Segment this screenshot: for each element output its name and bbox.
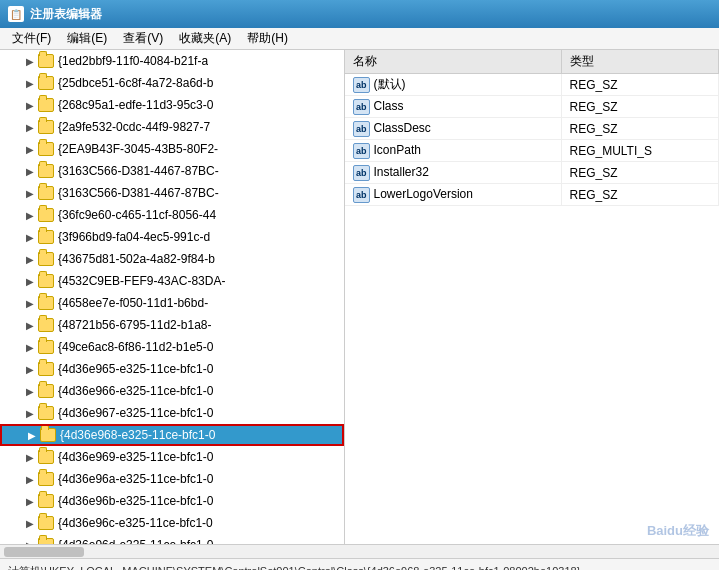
registry-type-cell: REG_MULTI_S [561,140,719,162]
expand-arrow-icon[interactable]: ▶ [24,473,36,485]
tree-item-label: {2EA9B43F-3045-43B5-80F2- [58,142,218,156]
registry-row[interactable]: abClassREG_SZ [345,96,719,118]
expand-arrow-icon[interactable]: ▶ [24,143,36,155]
folder-icon [38,516,54,530]
registry-row[interactable]: ab(默认)REG_SZ [345,74,719,96]
tree-item[interactable]: ▶{1ed2bbf9-11f0-4084-b21f-a [0,50,344,72]
expand-arrow-icon[interactable]: ▶ [24,77,36,89]
tree-item[interactable]: ▶{4d36e96c-e325-11ce-bfc1-0 [0,512,344,534]
folder-icon [38,230,54,244]
expand-arrow-icon[interactable]: ▶ [24,297,36,309]
tree-item[interactable]: ▶{4d36e96d-e325-11ce-bfc1-0 [0,534,344,544]
folder-icon [38,208,54,222]
expand-arrow-icon[interactable]: ▶ [24,231,36,243]
registry-table: 名称 类型 ab(默认)REG_SZabClassREG_SZabClassDe… [345,50,719,206]
tree-item[interactable]: ▶{3f966bd9-fa04-4ec5-991c-d [0,226,344,248]
menu-file[interactable]: 文件(F) [4,28,59,49]
reg-type-icon: ab [353,121,370,137]
tree-item-label: {4d36e96b-e325-11ce-bfc1-0 [58,494,213,508]
folder-icon [38,362,54,376]
folder-icon [38,406,54,420]
registry-row[interactable]: abLowerLogoVersionREG_SZ [345,184,719,206]
menu-help[interactable]: 帮助(H) [239,28,296,49]
menu-favorites[interactable]: 收藏夹(A) [171,28,239,49]
folder-icon [38,120,54,134]
folder-icon [38,98,54,112]
tree-panel[interactable]: ▶{1ed2bbf9-11f0-4084-b21f-a▶{25dbce51-6c… [0,50,345,544]
expand-arrow-icon[interactable]: ▶ [24,275,36,287]
tree-item-label: {4d36e967-e325-11ce-bfc1-0 [58,406,213,420]
tree-item-label: {43675d81-502a-4a82-9f84-b [58,252,215,266]
tree-item[interactable]: ▶{36fc9e60-c465-11cf-8056-44 [0,204,344,226]
tree-item[interactable]: ▶{268c95a1-edfe-11d3-95c3-0 [0,94,344,116]
tree-item[interactable]: ▶{43675d81-502a-4a82-9f84-b [0,248,344,270]
horizontal-scrollbar[interactable] [0,544,719,558]
expand-arrow-icon[interactable]: ▶ [24,407,36,419]
tree-item-label: {3163C566-D381-4467-87BC- [58,186,219,200]
tree-item[interactable]: ▶{4d36e966-e325-11ce-bfc1-0 [0,380,344,402]
expand-arrow-icon[interactable]: ▶ [24,385,36,397]
expand-arrow-icon[interactable]: ▶ [24,253,36,265]
tree-item[interactable]: ▶{2a9fe532-0cdc-44f9-9827-7 [0,116,344,138]
tree-item[interactable]: ▶{2EA9B43F-3045-43B5-80F2- [0,138,344,160]
folder-icon [38,384,54,398]
registry-name-cell: abClass [345,96,561,118]
expand-arrow-icon[interactable]: ▶ [24,363,36,375]
expand-arrow-icon[interactable]: ▶ [24,341,36,353]
expand-arrow-icon[interactable]: ▶ [24,55,36,67]
registry-row[interactable]: abIconPathREG_MULTI_S [345,140,719,162]
tree-item-label: {1ed2bbf9-11f0-4084-b21f-a [58,54,208,68]
registry-name-cell: abLowerLogoVersion [345,184,561,206]
registry-name-cell: ab(默认) [345,74,561,96]
reg-type-icon: ab [353,187,370,203]
expand-arrow-icon[interactable]: ▶ [24,187,36,199]
folder-icon [38,318,54,332]
right-panel[interactable]: 名称 类型 ab(默认)REG_SZabClassREG_SZabClassDe… [345,50,719,544]
expand-arrow-icon[interactable]: ▶ [24,165,36,177]
expand-arrow-icon[interactable]: ▶ [24,319,36,331]
registry-row[interactable]: abClassDescREG_SZ [345,118,719,140]
expand-arrow-icon[interactable]: ▶ [24,539,36,544]
expand-arrow-icon[interactable]: ▶ [26,429,38,441]
registry-row[interactable]: abInstaller32REG_SZ [345,162,719,184]
registry-table-body: ab(默认)REG_SZabClassREG_SZabClassDescREG_… [345,74,719,206]
tree-item[interactable]: ▶{3163C566-D381-4467-87BC- [0,182,344,204]
registry-type-cell: REG_SZ [561,184,719,206]
tree-item-label: {4658ee7e-f050-11d1-b6bd- [58,296,208,310]
reg-type-icon: ab [353,143,370,159]
tree-item[interactable]: ▶{4d36e967-e325-11ce-bfc1-0 [0,402,344,424]
folder-icon [38,340,54,354]
folder-icon [40,428,56,442]
tree-item[interactable]: ▶{4d36e968-e325-11ce-bfc1-0 [0,424,344,446]
registry-name-cell: abIconPath [345,140,561,162]
main-content: ▶{1ed2bbf9-11f0-4084-b21f-a▶{25dbce51-6c… [0,50,719,544]
tree-item[interactable]: ▶{4532C9EB-FEF9-43AC-83DA- [0,270,344,292]
folder-icon [38,274,54,288]
registry-type-cell: REG_SZ [561,96,719,118]
menu-view[interactable]: 查看(V) [115,28,171,49]
folder-icon [38,164,54,178]
tree-item[interactable]: ▶{49ce6ac8-6f86-11d2-b1e5-0 [0,336,344,358]
expand-arrow-icon[interactable]: ▶ [24,495,36,507]
registry-type-cell: REG_SZ [561,162,719,184]
folder-icon [38,186,54,200]
expand-arrow-icon[interactable]: ▶ [24,99,36,111]
tree-item[interactable]: ▶{25dbce51-6c8f-4a72-8a6d-b [0,72,344,94]
expand-arrow-icon[interactable]: ▶ [24,451,36,463]
tree-item[interactable]: ▶{3163C566-D381-4467-87BC- [0,160,344,182]
tree-item[interactable]: ▶{4d36e96a-e325-11ce-bfc1-0 [0,468,344,490]
tree-item-label: {3f966bd9-fa04-4ec5-991c-d [58,230,210,244]
tree-item[interactable]: ▶{4d36e969-e325-11ce-bfc1-0 [0,446,344,468]
folder-icon [38,450,54,464]
expand-arrow-icon[interactable]: ▶ [24,517,36,529]
tree-item[interactable]: ▶{4d36e96b-e325-11ce-bfc1-0 [0,490,344,512]
menu-edit[interactable]: 编辑(E) [59,28,115,49]
tree-item-label: {36fc9e60-c465-11cf-8056-44 [58,208,216,222]
expand-arrow-icon[interactable]: ▶ [24,209,36,221]
status-text: 计算机\HKEY_LOCAL_MACHINE\SYSTEM\ControlSet… [8,564,580,570]
tree-item[interactable]: ▶{4d36e965-e325-11ce-bfc1-0 [0,358,344,380]
tree-item[interactable]: ▶{48721b56-6795-11d2-b1a8- [0,314,344,336]
menu-bar: 文件(F) 编辑(E) 查看(V) 收藏夹(A) 帮助(H) [0,28,719,50]
tree-item[interactable]: ▶{4658ee7e-f050-11d1-b6bd- [0,292,344,314]
expand-arrow-icon[interactable]: ▶ [24,121,36,133]
